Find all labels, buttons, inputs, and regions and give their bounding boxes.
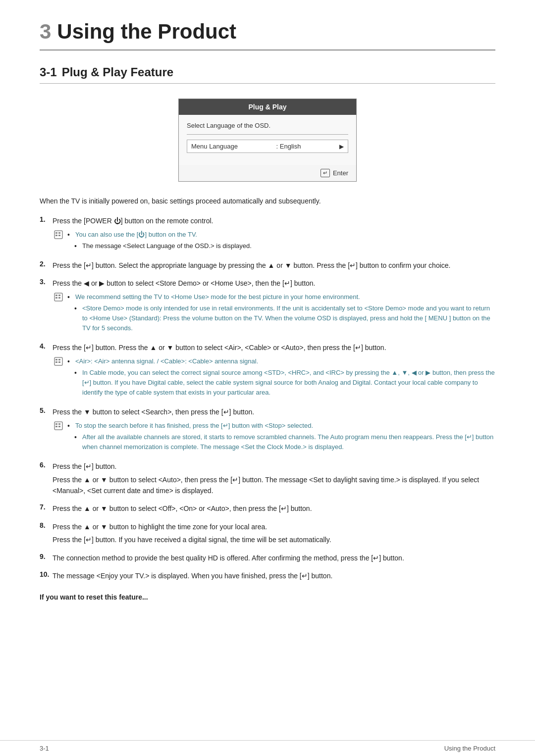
step-item-4: 4. Press the [↵] button. Press the ▲ or … [40,342,495,400]
step-number-1: 1. [40,215,51,223]
dialog-title: Plug & Play [179,99,356,115]
step-number-7: 7. [40,503,51,511]
step-3-bullets: • We recommend setting the TV to <Home U… [67,292,495,336]
step-1-notes: • You can also use the [⏻] button on the… [54,230,495,253]
step-1-note-row: • You can also use the [⏻] button on the… [54,230,495,253]
svg-rect-14 [58,361,60,363]
section-number: 3-1 [40,65,57,79]
step-item-5: 5. Press the ▼ button to select <Search>… [40,406,495,454]
svg-rect-11 [55,359,57,360]
step-item-1: 1. Press the [POWER ⏻] button on the rem… [40,215,495,253]
step-item-7: 7. Press the ▲ or ▼ button to select <Of… [40,503,495,514]
step-text-9: The connection method to provide the bes… [53,553,495,563]
step-number-3: 3. [40,278,51,286]
svg-rect-5 [54,293,62,301]
svg-rect-3 [58,232,60,234]
dialog-body: Select Language of the OSD. Menu Languag… [179,115,356,165]
svg-rect-17 [55,426,57,427]
dialog-row-label: Menu Language [191,143,238,150]
dialog-footer: ↵ Enter [179,165,356,181]
step-text-8: Press the ▲ or ▼ button to highlight the… [53,521,495,532]
step-number-10: 10. [40,570,51,578]
note-icon-1 [54,230,63,240]
step-text-1: Press the [POWER ⏻] button on the remote… [53,215,495,226]
step-number-6: 6. [40,461,51,469]
step-item-9: 9. The connection method to provide the … [40,553,495,563]
step-number-2: 2. [40,260,51,268]
dialog-row-value: : English [238,143,339,150]
step-text-7: Press the ▲ or ▼ button to select <Off>,… [53,503,495,514]
svg-rect-19 [58,426,60,427]
svg-rect-18 [58,423,60,425]
steps-list: 1. Press the [POWER ⏻] button on the rem… [40,215,495,581]
step-1-bullet-1: • You can also use the [⏻] button on the… [67,230,252,240]
chapter-title-text: Using the Product [57,20,236,43]
svg-rect-2 [55,235,57,236]
chapter-number: 3 [40,20,51,43]
dialog-row-arrow: ▶ [339,143,344,150]
step-8-extra: Press the [↵] button. If you have receiv… [53,534,495,545]
svg-rect-16 [55,423,57,425]
dialog-box: Plug & Play Select Language of the OSD. … [178,99,357,182]
step-item-3: 3. Press the ◀ or ▶ button to select <St… [40,278,495,335]
step-4-note-row: • <Air>: <Air> antenna signal. / <Cable>… [54,356,495,400]
svg-rect-1 [55,232,57,234]
note-icon-5 [54,421,63,431]
dialog-container: Plug & Play Select Language of the OSD. … [40,99,495,182]
dialog-row: Menu Language : English ▶ [187,140,348,153]
svg-rect-13 [58,359,60,360]
note-icon-4 [54,356,63,366]
step-4-notes: • <Air>: <Air> antenna signal. / <Cable>… [54,356,495,400]
svg-rect-7 [55,297,57,299]
step-4-bullet-1: • <Air>: <Air> antenna signal. / <Cable>… [67,356,495,366]
step-3-note-row: • We recommend setting the TV to <Home U… [54,292,495,336]
step-5-bullets: • To stop the search before it has finis… [67,421,495,454]
step-item-8: 8. Press the ▲ or ▼ button to highlight … [40,521,495,546]
step-number-5: 5. [40,406,51,414]
svg-rect-4 [58,235,60,236]
svg-rect-9 [58,297,60,299]
footer-right: Using the Product [444,745,495,752]
note-icon-3 [54,292,63,302]
step-item-2: 2. Press the [↵] button. Select the appr… [40,260,495,271]
step-text-4: Press the [↵] button. Press the ▲ or ▼ b… [53,342,495,353]
section-title-text: Plug & Play Feature [62,65,173,79]
section-title: 3-1Plug & Play Feature [40,65,495,84]
step-number-8: 8. [40,521,51,529]
step-6-extra: Press the ▲ or ▼ button to select <Auto>… [53,474,495,497]
chapter-title: 3Using the Product [40,20,495,50]
step-text-3: Press the ◀ or ▶ button to select <Store… [53,278,495,289]
enter-icon: ↵ [321,169,330,177]
step-number-4: 4. [40,342,51,350]
footer-left: 3-1 [40,745,49,752]
step-3-notes: • We recommend setting the TV to <Home U… [54,292,495,336]
step-text-6: Press the [↵] button. [53,461,495,472]
intro-text: When the TV is initially powered on, bas… [40,196,495,206]
svg-rect-15 [54,422,62,430]
step-5-bullet-1: • To stop the search before it has finis… [67,421,495,431]
dialog-footer-label: Enter [333,169,348,177]
dialog-label: Select Language of the OSD. [187,122,348,129]
step-text-10: The message <Enjoy your TV.> is displaye… [53,570,495,581]
step-number-9: 9. [40,553,51,560]
step-1-bullets: • You can also use the [⏻] button on the… [67,230,252,253]
bold-note: If you want to reset this feature... [40,593,495,601]
step-3-bullet-1: • We recommend setting the TV to <Home U… [67,292,495,302]
svg-rect-12 [55,361,57,363]
svg-rect-10 [54,357,62,365]
step-5-note-row: • To stop the search before it has finis… [54,421,495,454]
page-footer: 3-1 Using the Product [0,740,535,756]
step-item-6: 6. Press the [↵] button. Press the ▲ or … [40,461,495,496]
svg-rect-8 [58,295,60,296]
svg-rect-0 [54,231,62,239]
step-5-notes: • To stop the search before it has finis… [54,421,495,454]
svg-rect-6 [55,295,57,296]
step-4-bullets: • <Air>: <Air> antenna signal. / <Cable>… [67,356,495,400]
step-text-5: Press the ▼ button to select <Search>, t… [53,406,495,417]
step-text-2: Press the [↵] button. Select the appropr… [53,260,495,271]
step-item-10: 10. The message <Enjoy your TV.> is disp… [40,570,495,581]
